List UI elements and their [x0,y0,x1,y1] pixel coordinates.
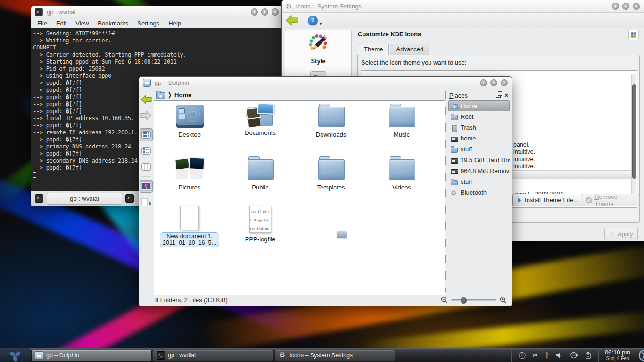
maximize-button[interactable] [622,3,629,10]
minimize-button[interactable] [480,79,487,86]
thumbnail-artifact [337,231,347,238]
places-item[interactable]: Trash [448,122,510,133]
menu-item[interactable]: File [37,20,47,27]
maximize-button[interactable] [261,8,268,16]
float-panel-icon[interactable] [496,93,501,98]
battery-icon[interactable] [585,352,591,359]
taskbar-task[interactable]: gp : wvdial [153,350,273,361]
close-button[interactable] [272,8,279,16]
places-item[interactable]: stuff [448,176,510,187]
volume-icon[interactable] [556,352,563,359]
zoom-in-icon[interactable] [500,296,507,304]
breadcrumb-home[interactable]: Home [174,91,191,99]
bluetooth-icon[interactable]: ᛒ [545,352,549,359]
place-icon [450,178,458,186]
minimize-button[interactable] [251,8,258,16]
install-arrow-icon [518,198,524,203]
places-item[interactable]: Root [448,111,510,122]
places-item[interactable]: Bluetooth [448,187,510,198]
folder-item[interactable]: Documents [225,101,296,154]
folder-item[interactable]: Downloads [296,101,366,154]
file-preview-text: Jan 17 09:4 7:18 gp-Asp ire-5738 pp pd[1… [250,208,270,233]
back-icon[interactable] [286,15,298,25]
panel-splitter[interactable] [445,91,446,292]
overview-dots-icon[interactable] [628,30,639,40]
folder-item[interactable]: Templates [296,154,366,201]
folder-item[interactable]: Public [225,154,296,201]
new-tab-button[interactable]: >_ [33,193,45,204]
home-folder-icon[interactable] [156,91,165,99]
task-icon [35,351,43,360]
scrollbar[interactable] [631,74,636,206]
dolphin-window: gp – Dolphin [139,76,512,306]
menu-item[interactable]: Bookmarks [98,20,128,27]
folder-label: Music [394,131,410,138]
folder-item[interactable]: Pictures [154,154,225,201]
panel-toolbox-icon[interactable] [636,348,644,362]
app-launcher-button[interactable] [0,348,30,362]
minimize-button[interactable] [612,3,619,10]
forward-button[interactable] [140,109,153,122]
terminal-line: CONNECT [33,44,282,51]
zoom-out-icon[interactable] [441,296,448,304]
folder-icon [316,106,346,128]
place-label: stuff [461,178,472,185]
place-icon [450,167,458,175]
scrollbar-thumb[interactable] [632,84,636,179]
menu-item[interactable]: Help [168,20,181,27]
folder-item[interactable]: Music [366,101,437,154]
close-tab-button[interactable]: >_ [124,193,135,204]
dolphin-titlebar[interactable]: gp – Dolphin [139,77,512,89]
split-view-button[interactable] [140,196,153,209]
taskbar-task[interactable]: gp – Dolphin [31,350,152,361]
konsole-tab[interactable]: gp : wvdial [47,193,122,205]
tab[interactable]: Advanced [390,44,429,55]
file-item-selected[interactable]: New document 1. 2011_01_20_16_5... [154,201,225,254]
taskbar-task[interactable]: Icons – System Settings [274,350,395,361]
folder-item[interactable]: Desktop [154,101,225,154]
info-icon[interactable]: ⓘ [519,352,526,359]
columns-view-button[interactable] [140,160,153,173]
places-item[interactable]: 19.5 GiB Hard Drive [448,155,510,165]
menu-item[interactable]: Edit [56,20,66,27]
help-icon[interactable]: ? [308,16,318,25]
back-button[interactable] [140,93,153,106]
maximize-button[interactable] [490,79,497,86]
folder-item[interactable]: Videos [366,154,437,201]
settings-titlebar[interactable]: ⚙ Icons – System Settings [282,0,644,13]
tab-label: gp : wvdial [70,195,99,202]
dolphin-file-view[interactable]: Desktop Documents Downloads Music [154,100,445,295]
preview-button[interactable] [140,180,153,193]
zoom-slider-knob[interactable] [461,297,467,304]
apply-button[interactable]: ✓ Apply [604,228,638,240]
details-view-button[interactable] [140,144,153,157]
task-icon [157,351,165,360]
konsole-titlebar[interactable]: >_ gp : wvdial [31,6,282,18]
sidebar-item-style[interactable]: Style [285,58,351,65]
close-panel-icon[interactable]: ✕ [504,92,509,99]
remove-theme-button[interactable]: Remove Theme [581,194,639,206]
digital-clock[interactable]: 06:10 pm Sun, 6 Feb [600,349,636,361]
icon-view-button[interactable] [140,128,153,141]
folder-label: Pictures [179,184,201,191]
close-button[interactable] [501,79,508,86]
folder-icon [316,158,346,181]
style-icon[interactable] [307,33,329,55]
scissors-icon[interactable]: ✂ [532,352,538,359]
close-button[interactable] [633,3,640,10]
chevron-down-icon[interactable]: ▾ [320,22,322,26]
tab[interactable]: Theme [358,44,389,55]
zoom-slider[interactable] [451,299,496,301]
usb-icon[interactable] [570,352,578,359]
menu-item[interactable]: View [75,20,89,27]
install-theme-button[interactable]: Install Theme File... [512,194,583,206]
toolbar-separator [303,15,303,25]
place-icon [450,113,458,121]
file-item[interactable]: Jan 17 09:4 7:18 gp-Asp ire-5738 pp pd[1… [225,201,296,254]
places-item[interactable]: 964.8 MiB Remov... [448,165,510,176]
menu-item[interactable]: Settings [137,20,159,27]
places-item[interactable]: Home [448,100,510,111]
places-item[interactable]: stuff [448,144,510,155]
places-item[interactable]: home [448,133,510,144]
folder-icon [387,158,417,181]
